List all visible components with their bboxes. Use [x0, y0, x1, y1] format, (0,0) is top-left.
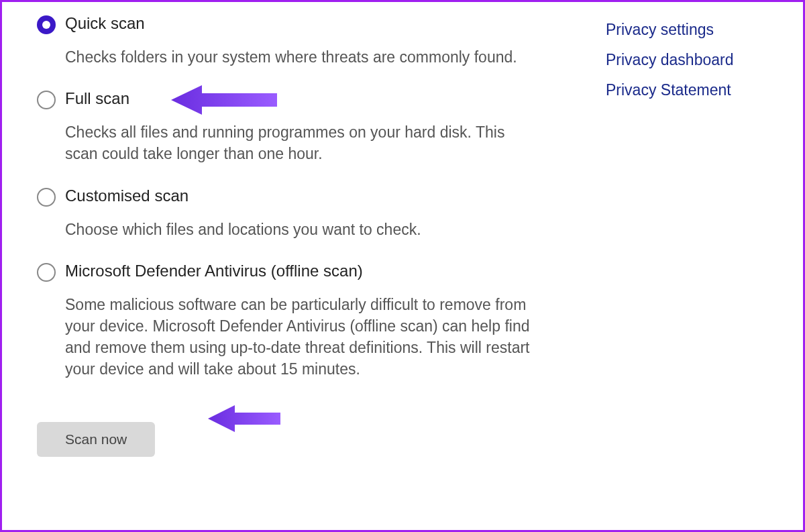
scan-option-title: Microsoft Defender Antivirus (offline sc… [65, 262, 533, 280]
scan-option-offline[interactable]: Microsoft Defender Antivirus (offline sc… [37, 262, 533, 380]
annotation-arrow-icon [208, 402, 282, 435]
scan-option-customised[interactable]: Customised scan Choose which files and l… [37, 187, 533, 240]
scan-option-title: Customised scan [65, 187, 533, 205]
scan-now-button[interactable]: Scan now [37, 422, 155, 457]
scan-option-description: Some malicious software can be particula… [65, 294, 533, 380]
scan-options-panel: Quick scan Checks folders in your system… [37, 14, 533, 457]
scan-option-quick[interactable]: Quick scan Checks folders in your system… [37, 14, 533, 68]
privacy-links-panel: Privacy settings Privacy dashboard Priva… [553, 14, 741, 457]
scan-option-description: Checks all files and running programmes … [65, 121, 533, 164]
scan-option-title: Full scan [65, 89, 533, 108]
radio-quick-scan[interactable] [37, 15, 56, 34]
link-privacy-dashboard[interactable]: Privacy dashboard [606, 51, 741, 69]
link-privacy-settings[interactable]: Privacy settings [606, 21, 741, 39]
radio-offline-scan[interactable] [37, 263, 56, 282]
scan-option-description: Checks folders in your system where thre… [65, 46, 533, 68]
link-privacy-statement[interactable]: Privacy Statement [606, 81, 741, 99]
scan-option-title: Quick scan [65, 14, 533, 33]
radio-full-scan[interactable] [37, 91, 56, 109]
scan-option-description: Choose which files and locations you wan… [65, 219, 533, 240]
scan-option-full[interactable]: Full scan Checks all files and running p… [37, 89, 533, 164]
svg-marker-1 [208, 405, 280, 432]
radio-customised-scan[interactable] [37, 188, 56, 207]
